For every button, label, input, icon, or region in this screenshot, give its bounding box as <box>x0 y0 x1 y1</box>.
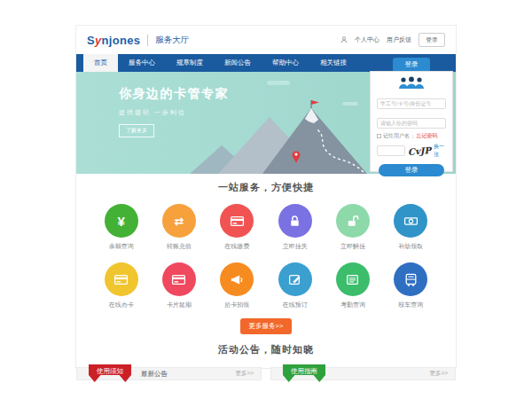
cloud-shape <box>267 81 290 85</box>
captcha-row: CvJP 换一张 <box>377 143 446 159</box>
nav-item[interactable]: 首页 <box>83 54 118 72</box>
forgot-password-link[interactable]: 忘记密码 <box>417 132 438 140</box>
card-icon[interactable] <box>105 262 138 296</box>
service-label: 在线预订 <box>283 301 308 309</box>
password-input[interactable] <box>377 118 446 129</box>
feedback-link[interactable]: 用户反馈 <box>387 35 411 44</box>
login-tab[interactable]: 登录 <box>393 58 430 71</box>
page: Synjones 服务大厅 个人中心 用户反馈 登录 首页服务中心规章制度新闻公… <box>0 0 532 399</box>
user-icon <box>340 36 348 43</box>
service-item[interactable]: ¥余额查询 <box>92 204 150 251</box>
service-label: 立即挂失 <box>283 242 308 251</box>
service-item[interactable]: 立即挂失 <box>266 204 324 251</box>
remember-label: 记住用户名 <box>383 132 410 140</box>
hero-cta-button[interactable]: 了解更多 <box>119 124 154 137</box>
service-item[interactable]: 卡片延期 <box>150 262 207 309</box>
announcements-section: 活动公告，随时知晓 使用须知 最新公告 更多>> 使用指南 更多>> <box>76 343 456 380</box>
service-item[interactable]: 在线办卡 <box>92 262 150 309</box>
users-icon <box>377 76 446 90</box>
announcement-columns: 使用须知 最新公告 更多>> 使用指南 更多>> <box>76 367 456 380</box>
login-form: 记住用户名 | 忘记密码 CvJP 换一张 登录 <box>370 71 453 172</box>
service-item[interactable]: 在线预订 <box>266 262 324 309</box>
edit-icon[interactable] <box>278 262 312 296</box>
banknote-icon[interactable] <box>394 204 427 238</box>
transfer-icon[interactable]: ⇄ <box>162 204 196 238</box>
header-links: 个人中心 用户反馈 登录 <box>340 33 445 47</box>
service-label: 在线缴费 <box>224 242 249 251</box>
unlock-icon[interactable] <box>336 204 370 238</box>
captcha-image[interactable]: CvJP <box>408 145 432 157</box>
guide-more-link[interactable]: 更多>> <box>429 370 448 378</box>
site-container: Synjones 服务大厅 个人中心 用户反馈 登录 首页服务中心规章制度新闻公… <box>75 25 457 369</box>
latest-announcements-label[interactable]: 最新公告 <box>141 370 168 379</box>
guide-column: 使用指南 更多>> <box>270 367 456 380</box>
nav-item[interactable]: 帮助中心 <box>262 54 309 72</box>
yuan-icon[interactable]: ¥ <box>105 204 138 238</box>
captcha-refresh-link[interactable]: 换一张 <box>434 143 446 159</box>
nav-item[interactable]: 服务中心 <box>118 54 166 72</box>
mountain-illustration <box>190 99 372 174</box>
announcements-title: 活动公告，随时知晓 <box>76 343 456 356</box>
service-item[interactable]: 立即解挂 <box>324 204 381 251</box>
login-panel: 登录 记住用户名 | 忘记密码 <box>370 58 453 172</box>
service-item[interactable]: 拾卡招领 <box>208 262 266 309</box>
nav-item[interactable]: 规章制度 <box>166 54 214 72</box>
lock-icon[interactable] <box>278 204 312 238</box>
service-label: 转账充值 <box>167 242 192 251</box>
notice-more-link[interactable]: 更多>> <box>235 370 254 378</box>
personal-center-link[interactable]: 个人中心 <box>355 35 379 44</box>
service-item[interactable]: 校车查询 <box>382 262 440 309</box>
service-label: 拾卡招领 <box>224 301 249 309</box>
service-label: 补助领取 <box>398 242 423 251</box>
account-input[interactable] <box>377 98 446 109</box>
services-title: 一站服务，方便快捷 <box>76 181 456 194</box>
remember-row: 记住用户名 | 忘记密码 <box>377 132 446 140</box>
nav-item[interactable]: 相关链接 <box>309 54 357 72</box>
card-icon[interactable] <box>162 262 196 296</box>
nav-item[interactable]: 新闻公告 <box>214 54 262 72</box>
service-label: 校车查询 <box>398 301 423 309</box>
bus-icon[interactable] <box>394 262 427 296</box>
service-item[interactable]: ⇄转账充值 <box>150 204 207 251</box>
list-icon[interactable] <box>336 262 370 296</box>
divider: | <box>412 134 414 139</box>
top-header: Synjones 服务大厅 个人中心 用户反馈 登录 <box>76 26 456 54</box>
service-label: 卡片延期 <box>167 301 192 309</box>
hero-banner: 你身边的卡管专家 提供捷径 一步到位 了解更多 登录 <box>76 72 456 174</box>
service-label: 在线办卡 <box>109 301 134 309</box>
header-login-button[interactable]: 登录 <box>419 33 445 47</box>
service-item[interactable]: 补助领取 <box>382 204 440 251</box>
more-services-button[interactable]: 更多服务>> <box>240 318 293 334</box>
service-item[interactable]: 在线缴费 <box>208 204 266 251</box>
service-label: 余额查询 <box>109 242 134 251</box>
remember-checkbox[interactable] <box>377 134 381 138</box>
captcha-input[interactable] <box>377 145 405 156</box>
service-item[interactable]: 考勤查询 <box>324 262 381 309</box>
megaphone-icon[interactable] <box>220 262 254 296</box>
notice-column: 使用须知 最新公告 更多>> <box>76 367 262 380</box>
logo: Synjones <box>87 34 140 47</box>
services-section: 一站服务，方便快捷 ¥余额查询⇄转账充值在线缴费立即挂失立即解挂补助领取在线办卡… <box>76 174 456 334</box>
login-submit-button[interactable]: 登录 <box>379 164 444 176</box>
services-grid: ¥余额查询⇄转账充值在线缴费立即挂失立即解挂补助领取在线办卡卡片延期拾卡招领在线… <box>76 204 456 309</box>
service-label: 立即解挂 <box>340 242 365 251</box>
service-label: 考勤查询 <box>340 301 365 309</box>
card-icon[interactable] <box>220 204 254 238</box>
site-title: 服务大厅 <box>147 35 189 46</box>
